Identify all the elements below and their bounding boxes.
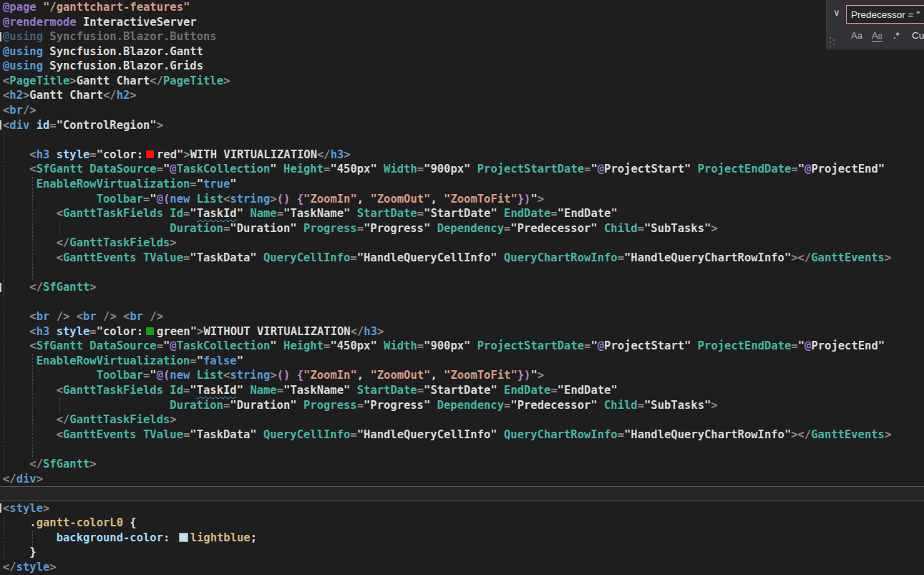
code-line: </style>: [3, 560, 891, 575]
code-line: [3, 265, 891, 280]
code-line: <br/>: [3, 103, 891, 118]
drag-handle[interactable]: [830, 37, 835, 49]
code-line: @page "/ganttchart-features": [3, 0, 891, 15]
code-line: @using Syncfusion.Blazor.Grids: [3, 59, 891, 74]
code-line: </SfGantt>: [3, 280, 891, 295]
code-line: <h3 style="color:red">WITH VIRTUALIZATIO…: [3, 148, 891, 163]
code-line: [3, 132, 891, 148]
chevron-down-icon[interactable]: ∨: [831, 7, 842, 19]
code-line: <br /> <br /> <br />: [3, 309, 891, 324]
color-swatch-red: [145, 150, 155, 159]
code-line: Toolbar="@(new List<string>() {"ZoomIn",…: [3, 192, 891, 207]
code-line: <style>: [3, 501, 891, 516]
code-line: <GanttTaskFields Id="TaskId" Name="TaskN…: [3, 383, 891, 398]
code-lines: @page "/ganttchart-features"@rendermode …: [3, 0, 891, 575]
code-line: [3, 486, 891, 501]
code-line: EnableRowVirtualization="false": [3, 354, 891, 369]
code-line: @rendermode InteractiveServer: [3, 15, 891, 30]
code-line: <div id="ControlRegion">: [3, 118, 891, 133]
match-case-button[interactable]: Aa: [851, 30, 862, 41]
code-line: <GanttTaskFields Id="TaskId" Name="TaskN…: [3, 206, 891, 221]
code-line: Duration="Duration" Progress="Progress" …: [3, 398, 891, 413]
code-line: Toolbar="@(new List<string>() {"ZoomIn",…: [3, 368, 891, 383]
code-line: background-color: lightblue;: [3, 531, 891, 546]
margin-tick: [0, 32, 1, 42]
color-swatch-lightblue: [179, 533, 188, 542]
find-scope-label[interactable]: Cur: [912, 30, 924, 41]
margin-tick: [0, 283, 1, 292]
code-line: .gantt-colorL0 {: [3, 516, 891, 531]
code-editor[interactable]: @page "/ganttchart-features"@rendermode …: [0, 0, 924, 575]
find-widget: ∨ Aa Ab .* Cur: [826, 0, 924, 50]
code-line: </GanttTaskFields>: [3, 412, 891, 427]
code-line: [3, 442, 891, 457]
code-line: }: [3, 545, 891, 560]
code-line: @using Syncfusion.Blazor.Gantt: [3, 44, 891, 59]
code-line: EnableRowVirtualization="true": [3, 177, 891, 192]
code-line: </GanttTaskFields>: [3, 236, 891, 251]
color-swatch-green: [145, 327, 155, 336]
code-line: <h2>Gantt Chart</h2>: [3, 88, 891, 103]
code-line: <SfGantt DataSource="@TaskCollection" He…: [3, 339, 891, 354]
regex-button[interactable]: .*: [893, 30, 900, 41]
code-line: <h3 style="color:green">WITHOUT VIRTUALI…: [3, 324, 891, 339]
code-line: [3, 295, 891, 310]
code-line: </div>: [3, 472, 891, 487]
whole-word-button[interactable]: Ab: [872, 30, 882, 42]
margin-tick: [0, 120, 1, 130]
code-line: <PageTitle>Gantt Chart</PageTitle>: [3, 74, 891, 89]
find-input[interactable]: [846, 5, 924, 24]
margin-tick: [0, 503, 1, 513]
code-line: <GanttEvents TValue="TaskData" QueryCell…: [3, 427, 891, 443]
code-line: @using Syncfusion.Blazor.Buttons: [3, 29, 891, 44]
code-line: <GanttEvents TValue="TaskData" QueryCell…: [3, 251, 891, 266]
code-line: </SfGantt>: [3, 457, 891, 472]
code-line: <SfGantt DataSource="@TaskCollection" He…: [3, 162, 891, 177]
code-line: Duration="Duration" Progress="Progress" …: [3, 221, 891, 236]
